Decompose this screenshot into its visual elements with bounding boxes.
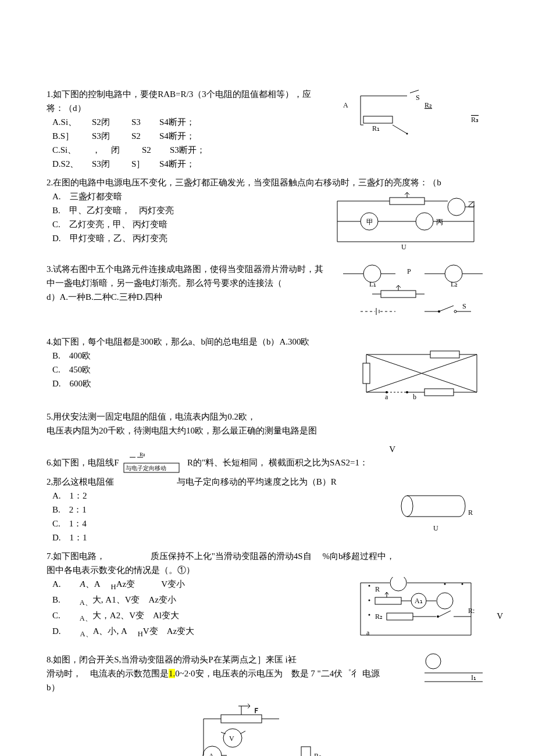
q2-opt-b: B. 甲、乙灯变暗， 丙灯变亮	[52, 203, 314, 217]
svg-point-82	[390, 577, 406, 591]
svg-point-105	[462, 583, 463, 585]
question-5: 5.用伏安法测一固定电阻的阻值，电流表内阻为0.2欧， 电压表内阻为20千欧，待…	[47, 410, 488, 438]
svg-text:A: A	[343, 101, 348, 109]
svg-rect-40	[381, 291, 416, 298]
question-1: 1.如下图的控制电路中，要使RAB=R/3（3个电阻的阻值都相等），应将：（d）…	[47, 87, 488, 171]
q7-stem-row: 7.如下图电路， 质压保持不上化"当滑动变阻器的滑动4S自 %向b移超过程中，	[47, 549, 488, 563]
svg-point-50	[454, 310, 456, 313]
svg-text:A₁: A₁	[415, 597, 423, 605]
q6-inline-diagram-1: R₂ 与电子定向移动	[121, 453, 185, 475]
svg-text:L₁: L₁	[369, 280, 376, 288]
q4-circuit-diagram: a b	[355, 349, 488, 401]
svg-point-84	[369, 585, 370, 587]
q5-line1: 5.用伏安法测一固定电阻的阻值，电流表内阻为0.2欧，	[47, 410, 488, 424]
svg-text:R₂: R₂	[425, 101, 432, 109]
svg-point-99	[437, 615, 439, 618]
svg-text:S: S	[462, 302, 466, 310]
q2-opt-c: C. 乙灯变亮，甲、 丙灯变暗	[52, 217, 314, 231]
svg-rect-13	[390, 198, 425, 205]
q4-opt-c: C. 450欧	[52, 363, 343, 377]
question-4: 4.如下图，每个电阻都是300欧，那么a、b间的总电组是（b）A.300欧 B.…	[47, 335, 488, 405]
q2-circuit-diagram: 乙 甲 丙 U	[326, 189, 488, 253]
svg-text:S: S	[416, 94, 420, 102]
q8-small-diagram: I₁	[419, 653, 488, 693]
svg-text:V: V	[229, 734, 234, 743]
q4-stem: 4.如下图，每个电阻都是300欧，那么a、b间的总电组是（b）A.300欧	[47, 335, 488, 349]
question-7: 7.如下图电路， 质压保持不上化"当滑动变阻器的滑动4S自 %向b移超过程中， …	[47, 549, 488, 648]
svg-rect-131	[301, 747, 311, 756]
q6-opt-d: D. 1：1	[52, 531, 372, 544]
svg-line-48	[439, 306, 454, 311]
svg-text:R₁: R₁	[372, 124, 380, 132]
highlight: 1.	[169, 669, 175, 678]
svg-text:U: U	[401, 243, 406, 251]
q8-circuit-diagram: Ｆ V A R₀	[180, 700, 355, 756]
q3-stem: 3.试将右图中五个电路元件连接成电路图，使得当变阻器滑片滑动时，其中一盏电灯渐暗…	[47, 262, 326, 290]
q1-opt-a: A.Si、S2闭S3S4断开；	[52, 115, 314, 129]
svg-text:R: R	[468, 508, 473, 517]
svg-text:甲: 甲	[366, 218, 373, 226]
q7-stem2: 图中各电表示数变化的情况是（。①）	[47, 563, 488, 577]
svg-text:Ｆ: Ｆ	[253, 707, 260, 715]
svg-line-1	[410, 90, 419, 93]
q7-opt-c: C. A、大，A2、V变 Al变大	[52, 608, 337, 624]
svg-point-94	[437, 593, 453, 609]
q7-opt-b: B. A、大, A1、V变 Az变小	[52, 593, 337, 608]
q6-stem-line1: 6.如下图，电阻线F R₂ 与电子定向移动 R的"料、长短相同， V 横截面积之…	[47, 453, 488, 475]
q7-opt-d: D. A、A、小, AHV变 Az变大	[52, 624, 337, 640]
q4-opt-b: B. 400欧	[52, 349, 343, 363]
q6-stem-line2: 2,那么这根电阻催 与电子定向移动的平均速度之比为（B）R	[47, 475, 488, 489]
q5-line2: 电压表内阻为20千欧，待测电阻大约10欧，那么最正确的测量电路是图	[47, 424, 488, 438]
q1-stem: 1.如下图的控制电路中，要使RAB=R/3（3个电阻的阻值都相等），应将：（d）	[47, 87, 314, 115]
svg-text:R: R	[375, 585, 380, 593]
q8-stem3: b）	[47, 680, 407, 694]
q7-circuit-diagram: R A₁ R₂ R: a	[349, 577, 488, 644]
q2-stem: 2.在图的电路中电源电压不变化，三盏灯都正确发光，当变阻器触点向右移动时，三盏灯…	[47, 175, 488, 189]
q3-options: d）A.一种B.二种C.三种D.四种	[47, 290, 326, 304]
svg-line-98	[439, 611, 451, 617]
svg-line-121	[240, 731, 245, 734]
question-2: 2.在图的电路中电源电压不变化，三盏灯都正确发光，当变阻器触点向右移动时，三盏灯…	[47, 175, 488, 257]
svg-point-23	[416, 213, 433, 230]
svg-point-70	[406, 391, 408, 393]
svg-point-11	[406, 133, 408, 135]
svg-text:丙: 丙	[436, 218, 443, 226]
svg-point-76	[401, 496, 413, 517]
svg-text:P: P	[407, 267, 411, 275]
q6-opt-a: A. 1：2	[52, 489, 372, 503]
svg-text:a: a	[366, 629, 370, 637]
svg-point-104	[444, 583, 446, 585]
q2-opt-d: D. 甲灯变暗，乙、 丙灯变亮	[52, 231, 314, 245]
svg-rect-54	[430, 351, 459, 358]
svg-point-108	[426, 654, 441, 669]
q7-fig-v: V	[497, 609, 503, 623]
question-8: 8.如图，闭合开关S,当滑动变阻器的滑动头P在某两点之］来匡 i衽 滑动时， 电…	[47, 653, 488, 756]
q7-opt-a: A. A、AHAz变 V变小	[52, 577, 337, 593]
question-6: 6.如下图，电阻线F R₂ 与电子定向移动 R的"料、长短相同， V 横截面积之…	[47, 453, 488, 544]
svg-text:R₂: R₂	[140, 453, 145, 457]
svg-text:R₂: R₂	[375, 612, 383, 621]
svg-rect-114	[221, 715, 262, 723]
q1-opt-b: B.S］S3闭S2S4断开；	[52, 129, 314, 143]
svg-text:I₁: I₁	[471, 673, 476, 682]
q6-fig-v: V	[389, 442, 395, 456]
q4-opt-d: D. 600欧	[52, 377, 343, 390]
q6-opt-c: C. 1：4	[52, 517, 372, 531]
q2-opt-a: A. 三盏灯都变暗	[52, 189, 314, 203]
svg-text:U: U	[433, 524, 438, 532]
svg-rect-96	[387, 613, 413, 620]
svg-text:a: a	[385, 393, 388, 401]
q6-cylinder-diagram: R U	[384, 489, 488, 535]
svg-point-16	[448, 198, 465, 216]
svg-text:b: b	[413, 393, 416, 401]
svg-point-69	[386, 391, 388, 393]
q1-opt-c: C.Si、，闭S2S3断开；	[52, 143, 314, 157]
svg-point-85	[369, 600, 370, 601]
svg-point-49	[438, 310, 440, 313]
svg-rect-56	[363, 363, 370, 384]
q6-opt-b: B. 2：1	[52, 503, 372, 517]
svg-point-86	[369, 614, 370, 616]
svg-text:R:: R:	[468, 607, 475, 615]
q3-components-diagram: L₁ P L₂ S	[337, 262, 488, 320]
svg-rect-5	[363, 116, 393, 123]
